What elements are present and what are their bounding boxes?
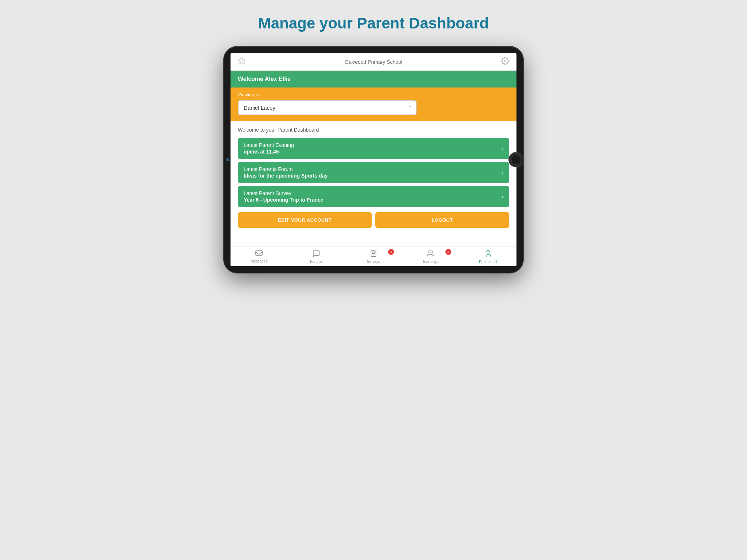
parents-forum-item[interactable]: Latest Parents Forum Ideas for the upcom… [238, 162, 509, 183]
viewing-as-section: Viewing as: Daniel Lacey Other Student ⌃ [231, 88, 516, 121]
home-icon[interactable] [238, 57, 246, 67]
parent-survey-item[interactable]: Latest Parent Survey Year 6 - Upcoming T… [238, 186, 509, 207]
edit-account-button[interactable]: EDIT YOUR ACCOUNT [238, 212, 372, 228]
chevron-right-icon: › [502, 193, 503, 200]
chevron-right-icon: › [502, 169, 503, 176]
messages-icon [255, 250, 263, 258]
student-select[interactable]: Daniel Lacey Other Student [238, 100, 417, 115]
tab-forums[interactable]: Forums [288, 250, 345, 264]
parent-evening-subtitle: opens at 11.45 [244, 149, 294, 155]
surveys-badge: 1 [388, 249, 394, 255]
page-title: Manage your Parent Dashboard [258, 15, 489, 32]
parents-forum-content: Latest Parents Forum Ideas for the upcom… [244, 166, 328, 179]
tab-messages[interactable]: Messages [231, 250, 288, 263]
tab-dashboard[interactable]: Dashboard [459, 249, 516, 264]
tab-evenings[interactable]: 3 Evenings [402, 250, 459, 264]
tab-surveys[interactable]: 1 Surveys [345, 250, 402, 264]
chevron-right-icon: › [502, 145, 503, 152]
ipad-camera [226, 158, 229, 161]
nav-bar: Oakwood Primary School [231, 53, 516, 71]
messages-label: Messages [251, 259, 268, 263]
evenings-label: Evenings [423, 260, 438, 264]
surveys-icon [370, 250, 377, 259]
welcome-header: Welcome Alex Ellis [231, 71, 516, 88]
student-select-wrapper: Daniel Lacey Other Student ⌃ [238, 100, 417, 115]
school-name: Oakwood Primary School [345, 59, 402, 65]
parents-forum-title: Latest Parents Forum [244, 166, 328, 172]
parent-evening-content: Latest Parent Evening opens at 11.45 [244, 142, 294, 155]
gear-icon[interactable] [501, 57, 509, 67]
parent-evening-title: Latest Parent Evening [244, 142, 294, 148]
surveys-label: Surveys [367, 260, 380, 264]
parent-survey-title: Latest Parent Survey [244, 190, 324, 196]
forums-label: Forums [310, 260, 322, 264]
parent-evening-item[interactable]: Latest Parent Evening opens at 11.45 › [238, 138, 509, 159]
svg-point-4 [429, 251, 431, 253]
logout-button[interactable]: LOGOUT [375, 212, 509, 228]
evenings-icon [427, 250, 434, 259]
svg-point-0 [504, 60, 506, 62]
parents-forum-subtitle: Ideas for the upcoming Sports day [244, 173, 328, 179]
forums-icon [312, 250, 320, 259]
ipad-home-button[interactable] [508, 152, 524, 167]
dashboard-intro: Welcome to your Parent Dashboard [238, 127, 509, 133]
welcome-text: Welcome Alex Ellis [238, 76, 291, 82]
evenings-badge: 3 [445, 249, 451, 255]
action-buttons: EDIT YOUR ACCOUNT LOGOUT [238, 212, 509, 228]
ipad-frame: Oakwood Primary School Welcome Alex Elli… [224, 47, 523, 273]
tab-bar: Messages Forums 1 [231, 246, 516, 266]
parent-survey-content: Latest Parent Survey Year 6 - Upcoming T… [244, 190, 324, 203]
viewing-as-label: Viewing as: [238, 92, 509, 97]
main-content: Welcome to your Parent Dashboard Latest … [231, 121, 516, 246]
parent-survey-subtitle: Year 6 - Upcoming Trip to France [244, 197, 324, 203]
ipad-screen: Oakwood Primary School Welcome Alex Elli… [231, 53, 516, 266]
svg-point-5 [487, 250, 489, 253]
dashboard-label: Dashboard [479, 260, 497, 264]
ipad-home-inner [511, 155, 521, 165]
dashboard-icon [484, 249, 492, 259]
